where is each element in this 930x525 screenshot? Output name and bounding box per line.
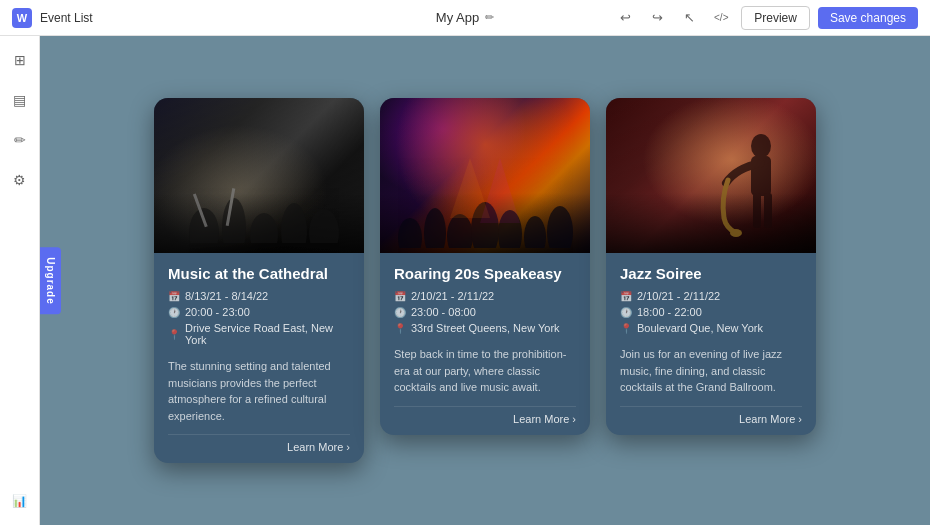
svg-point-2 xyxy=(250,213,278,243)
event-date-3: 📅 2/10/21 - 2/11/22 xyxy=(620,290,802,302)
grid-icon[interactable]: ⊞ xyxy=(6,46,34,74)
event-image-concert xyxy=(380,98,590,253)
content-area: Upgrade xyxy=(40,36,930,525)
card-body-1: Music at the Cathedral 📅 8/13/21 - 8/14/… xyxy=(154,253,364,463)
app-name-label: My App xyxy=(436,10,479,25)
card-footer-3: Learn More › xyxy=(620,406,802,425)
chevron-right-icon-1: › xyxy=(346,441,350,453)
learn-more-button-2[interactable]: Learn More › xyxy=(513,413,576,425)
event-card-3: Jazz Soiree 📅 2/10/21 - 2/11/22 🕐 18:00 … xyxy=(606,98,816,435)
clock-icon-1: 🕐 xyxy=(168,307,180,318)
svg-rect-16 xyxy=(753,193,761,228)
card-footer-1: Learn More › xyxy=(168,434,350,453)
svg-point-14 xyxy=(751,134,771,158)
location-icon-2: 📍 xyxy=(394,323,406,334)
redo-button[interactable]: ↪ xyxy=(645,6,669,30)
event-description-3: Join us for an evening of live jazz musi… xyxy=(620,346,802,396)
event-location-1: 📍 Drive Service Road East, New York xyxy=(168,322,350,346)
event-date-1: 📅 8/13/21 - 8/14/22 xyxy=(168,290,350,302)
location-icon-1: 📍 xyxy=(168,329,180,340)
cursor-button[interactable]: ↖ xyxy=(677,6,701,30)
event-location-2: 📍 33rd Street Queens, New York xyxy=(394,322,576,334)
chevron-right-icon-2: › xyxy=(572,413,576,425)
learn-more-button-1[interactable]: Learn More › xyxy=(287,441,350,453)
calendar-icon-1: 📅 xyxy=(168,291,180,302)
svg-point-4 xyxy=(309,209,339,243)
chart-icon[interactable]: 📊 xyxy=(6,487,34,515)
chevron-right-icon-3: › xyxy=(798,413,802,425)
page-title: Event List xyxy=(40,11,93,25)
event-time-3: 🕐 18:00 - 22:00 xyxy=(620,306,802,318)
svg-point-3 xyxy=(281,203,307,243)
event-card-1: Music at the Cathedral 📅 8/13/21 - 8/14/… xyxy=(154,98,364,463)
main-layout: ⊞ ▤ ✏ ⚙ 📊 Upgrade xyxy=(0,36,930,525)
event-location-3: 📍 Boulevard Que, New York xyxy=(620,322,802,334)
topbar: W Event List My App ✏ ↩ ↪ ↖ </> Preview … xyxy=(0,0,930,36)
event-description-1: The stunning setting and talented musici… xyxy=(168,358,350,424)
sidebar: ⊞ ▤ ✏ ⚙ 📊 xyxy=(0,36,40,525)
event-time-1: 🕐 20:00 - 23:00 xyxy=(168,306,350,318)
svg-point-9 xyxy=(447,214,473,248)
preview-button[interactable]: Preview xyxy=(741,6,810,30)
code-button[interactable]: </> xyxy=(709,6,733,30)
app-logo: W xyxy=(12,8,32,28)
events-list: Music at the Cathedral 📅 8/13/21 - 8/14/… xyxy=(154,98,816,463)
card-body-2: Roaring 20s Speakeasy 📅 2/10/21 - 2/11/2… xyxy=(380,253,590,435)
svg-point-13 xyxy=(547,206,573,248)
svg-point-8 xyxy=(424,208,446,248)
calendar-icon-2: 📅 xyxy=(394,291,406,302)
location-icon-3: 📍 xyxy=(620,323,632,334)
svg-point-18 xyxy=(730,229,742,237)
layout-icon[interactable]: ▤ xyxy=(6,86,34,114)
save-button[interactable]: Save changes xyxy=(818,7,918,29)
calendar-icon-3: 📅 xyxy=(620,291,632,302)
undo-button[interactable]: ↩ xyxy=(613,6,637,30)
event-card-2: Roaring 20s Speakeasy 📅 2/10/21 - 2/11/2… xyxy=(380,98,590,435)
card-footer-2: Learn More › xyxy=(394,406,576,425)
clock-icon-3: 🕐 xyxy=(620,307,632,318)
event-image-jazz xyxy=(606,98,816,253)
event-title-2: Roaring 20s Speakeasy xyxy=(394,265,576,282)
pen-icon[interactable]: ✏ xyxy=(6,126,34,154)
edit-icon[interactable]: ✏ xyxy=(485,11,494,24)
upgrade-button[interactable]: Upgrade xyxy=(40,247,61,315)
svg-point-0 xyxy=(189,208,219,243)
svg-rect-17 xyxy=(764,193,772,228)
event-description-2: Step back in time to the prohibition-era… xyxy=(394,346,576,396)
event-date-2: 📅 2/10/21 - 2/11/22 xyxy=(394,290,576,302)
svg-point-7 xyxy=(398,218,422,248)
card-body-3: Jazz Soiree 📅 2/10/21 - 2/11/22 🕐 18:00 … xyxy=(606,253,816,435)
app-name-section: My App ✏ xyxy=(436,10,494,25)
svg-point-12 xyxy=(524,216,546,248)
settings-icon[interactable]: ⚙ xyxy=(6,166,34,194)
topbar-actions: ↩ ↪ ↖ </> Preview Save changes xyxy=(613,6,918,30)
event-time-2: 🕐 23:00 - 08:00 xyxy=(394,306,576,318)
clock-icon-2: 🕐 xyxy=(394,307,406,318)
event-image-orchestra xyxy=(154,98,364,253)
learn-more-button-3[interactable]: Learn More › xyxy=(739,413,802,425)
svg-point-1 xyxy=(222,198,246,243)
event-title-3: Jazz Soiree xyxy=(620,265,802,282)
event-title-1: Music at the Cathedral xyxy=(168,265,350,282)
